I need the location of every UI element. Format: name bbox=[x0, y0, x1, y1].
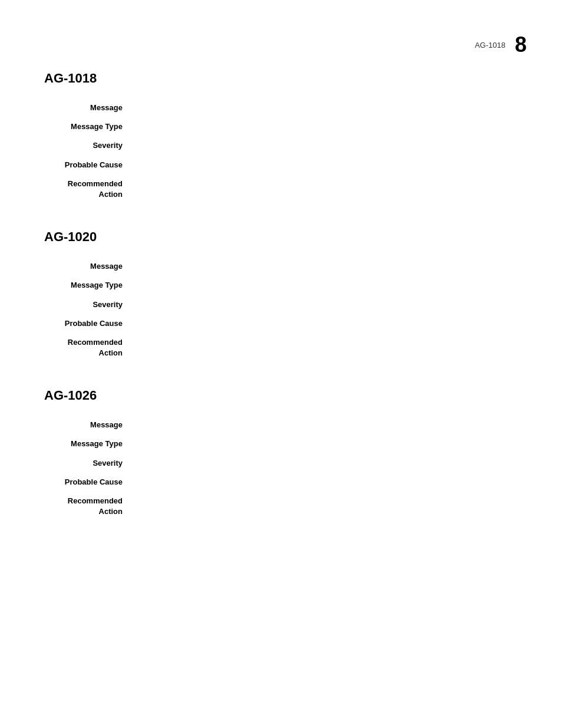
value-cause-1018 bbox=[130, 160, 527, 170]
label-message-1018: Message bbox=[44, 103, 130, 113]
label-message-1020: Message bbox=[44, 261, 130, 272]
page-header: AG-1018 8 bbox=[475, 32, 527, 57]
field-row-messagetype-1020: Message Type bbox=[44, 280, 527, 291]
field-row-action-1018: RecommendedAction bbox=[44, 179, 527, 200]
value-severity-1026 bbox=[130, 458, 527, 469]
value-message-1026 bbox=[130, 420, 527, 430]
section-title-ag-1020: AG-1020 bbox=[44, 229, 527, 245]
label-severity-1018: Severity bbox=[44, 140, 130, 151]
field-row-messagetype-1026: Message Type bbox=[44, 439, 527, 449]
field-row-message-1026: Message bbox=[44, 420, 527, 430]
field-row-action-1020: RecommendedAction bbox=[44, 337, 527, 358]
label-severity-1020: Severity bbox=[44, 299, 130, 310]
label-messagetype-1026: Message Type bbox=[44, 439, 130, 449]
field-row-cause-1020: Probable Cause bbox=[44, 318, 527, 329]
value-cause-1026 bbox=[130, 477, 527, 487]
field-row-message-1018: Message bbox=[44, 103, 527, 113]
label-action-1026: RecommendedAction bbox=[44, 496, 130, 517]
field-row-severity-1018: Severity bbox=[44, 140, 527, 151]
section-ag-1020: AG-1020 Message Message Type Severity Pr… bbox=[44, 229, 527, 358]
header-page-number: 8 bbox=[515, 32, 527, 57]
value-action-1026 bbox=[130, 496, 527, 517]
label-action-1020: RecommendedAction bbox=[44, 337, 130, 358]
value-cause-1020 bbox=[130, 318, 527, 329]
value-messagetype-1018 bbox=[130, 121, 527, 132]
field-row-severity-1020: Severity bbox=[44, 299, 527, 310]
value-action-1018 bbox=[130, 179, 527, 200]
value-messagetype-1026 bbox=[130, 439, 527, 449]
label-cause-1018: Probable Cause bbox=[44, 160, 130, 170]
label-messagetype-1020: Message Type bbox=[44, 280, 130, 291]
value-action-1020 bbox=[130, 337, 527, 358]
label-cause-1020: Probable Cause bbox=[44, 318, 130, 329]
section-title-ag-1018: AG-1018 bbox=[44, 71, 527, 86]
field-row-cause-1026: Probable Cause bbox=[44, 477, 527, 487]
label-cause-1026: Probable Cause bbox=[44, 477, 130, 487]
label-action-1018: RecommendedAction bbox=[44, 179, 130, 200]
label-severity-1026: Severity bbox=[44, 458, 130, 469]
field-row-action-1026: RecommendedAction bbox=[44, 496, 527, 517]
field-row-message-1020: Message bbox=[44, 261, 527, 272]
section-ag-1026: AG-1026 Message Message Type Severity Pr… bbox=[44, 388, 527, 517]
field-row-severity-1026: Severity bbox=[44, 458, 527, 469]
value-message-1020 bbox=[130, 261, 527, 272]
label-messagetype-1018: Message Type bbox=[44, 121, 130, 132]
value-severity-1018 bbox=[130, 140, 527, 151]
value-message-1018 bbox=[130, 103, 527, 113]
section-title-ag-1026: AG-1026 bbox=[44, 388, 527, 403]
main-content: AG-1018 Message Message Type Severity Pr… bbox=[0, 0, 562, 517]
header-code: AG-1018 bbox=[475, 41, 505, 50]
value-messagetype-1020 bbox=[130, 280, 527, 291]
field-row-cause-1018: Probable Cause bbox=[44, 160, 527, 170]
section-ag-1018: AG-1018 Message Message Type Severity Pr… bbox=[44, 71, 527, 200]
field-row-messagetype-1018: Message Type bbox=[44, 121, 527, 132]
value-severity-1020 bbox=[130, 299, 527, 310]
label-message-1026: Message bbox=[44, 420, 130, 430]
